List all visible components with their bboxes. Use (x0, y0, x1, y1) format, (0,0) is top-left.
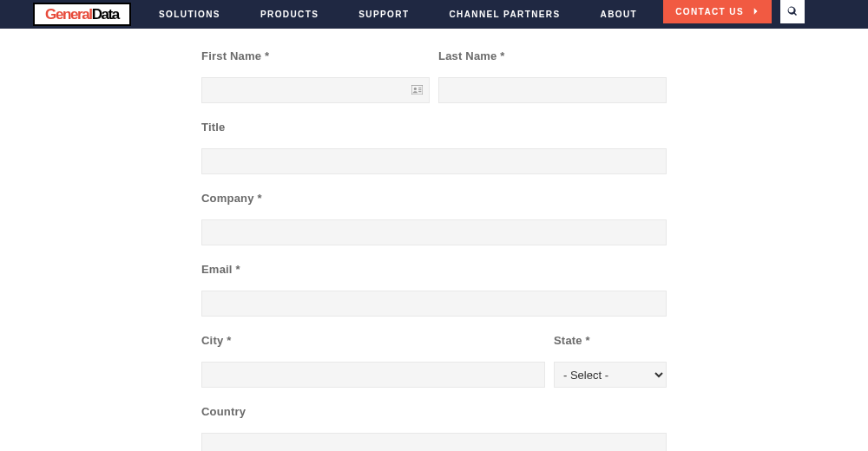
nav-links: SOLUTIONS PRODUCTS SUPPORT CHANNEL PARTN… (159, 10, 637, 19)
title-input[interactable] (201, 148, 667, 174)
title-group: Title (201, 121, 667, 174)
search-button[interactable] (780, 0, 805, 23)
form: First Name * Last Name * Title Company *… (200, 49, 668, 451)
nav-channel-partners[interactable]: CHANNEL PARTNERS (449, 10, 560, 19)
contact-us-label: CONTACT US (675, 7, 744, 16)
logo-part1: General (45, 7, 92, 22)
company-group: Company * (201, 192, 667, 245)
arrow-right-icon (751, 7, 760, 17)
city-group: City * (201, 334, 545, 388)
last-name-group: Last Name * (438, 49, 667, 103)
nav-about[interactable]: ABOUT (601, 10, 638, 19)
title-label: Title (201, 121, 667, 134)
country-label: Country (201, 405, 667, 418)
nav-support[interactable]: SUPPORT (358, 10, 409, 19)
state-label: State * (554, 334, 667, 347)
search-icon (787, 4, 798, 20)
first-name-input[interactable] (201, 77, 430, 103)
navbar: GeneralData SOLUTIONS PRODUCTS SUPPORT C… (0, 0, 868, 29)
logo-part2: Data (92, 7, 119, 22)
nav-solutions[interactable]: SOLUTIONS (159, 10, 220, 19)
country-input[interactable] (201, 433, 667, 451)
company-label: Company * (201, 192, 667, 205)
city-label: City * (201, 334, 545, 347)
last-name-label: Last Name * (438, 49, 667, 62)
email-label: Email * (201, 263, 667, 276)
company-input[interactable] (201, 219, 667, 245)
first-name-group: First Name * (201, 49, 430, 103)
last-name-input[interactable] (438, 77, 667, 103)
country-group: Country (201, 405, 667, 451)
state-group: State * - Select - (554, 334, 667, 388)
email-input[interactable] (201, 291, 667, 317)
email-group: Email * (201, 263, 667, 317)
logo[interactable]: GeneralData (33, 3, 131, 26)
first-name-label: First Name * (201, 49, 430, 62)
state-select[interactable]: - Select - (554, 362, 667, 388)
contact-us-button[interactable]: CONTACT US (663, 0, 772, 23)
nav-products[interactable]: PRODUCTS (260, 10, 319, 19)
city-input[interactable] (201, 362, 545, 388)
